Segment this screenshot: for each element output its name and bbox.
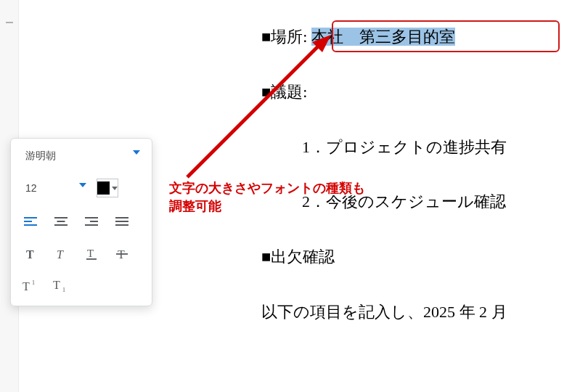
align-left-button[interactable] (20, 211, 41, 233)
svg-text:1: 1 (62, 287, 65, 293)
attendance-label-line[interactable]: ■出欠確認 (261, 242, 580, 272)
agenda-item-2[interactable]: 2．今後のスケジュール確認 (261, 187, 580, 217)
align-center-button[interactable] (50, 211, 72, 233)
svg-rect-15 (86, 258, 97, 260)
font-family-value: 游明朝 (25, 150, 56, 161)
align-justify-button[interactable] (111, 211, 133, 233)
toolbar-divider (17, 203, 146, 204)
agenda-label-line[interactable]: ■議題: (261, 77, 580, 107)
svg-text:T: T (26, 248, 34, 261)
bold-button[interactable]: T (20, 243, 41, 265)
toolbar-divider (17, 171, 146, 171)
font-family-dropdown[interactable]: 游明朝 (20, 146, 143, 165)
alignment-row (20, 211, 143, 233)
svg-rect-17 (116, 253, 128, 255)
strikethrough-button[interactable]: T (111, 243, 133, 265)
font-color-picker[interactable] (97, 179, 118, 197)
svg-rect-5 (54, 224, 68, 226)
svg-text:T: T (53, 279, 60, 291)
agenda-item-text: 1．プロジェクトの進捗共有 (302, 138, 507, 156)
align-right-button[interactable] (81, 211, 102, 233)
font-size-value: 12 (25, 182, 37, 194)
svg-rect-9 (115, 217, 128, 219)
annotation-line2: 調整可能 (169, 199, 221, 213)
footer-line[interactable]: 以下の項目を記入し、2025 年 2 月 (261, 297, 580, 327)
svg-rect-1 (24, 221, 32, 222)
color-swatch-icon (97, 181, 110, 195)
svg-rect-10 (115, 221, 128, 222)
chevron-down-icon (79, 183, 86, 187)
font-size-dropdown[interactable]: 12 (20, 179, 89, 197)
svg-rect-6 (85, 217, 98, 219)
svg-text:T: T (57, 248, 64, 261)
footer-text: 以下の項目を記入し、2025 年 2 月 (261, 303, 507, 321)
text-style-row: T T T T (20, 243, 143, 265)
svg-rect-7 (90, 221, 98, 222)
script-row: T 1 T 1 (20, 275, 143, 297)
document-body[interactable]: ■場所: 本社 第三多目的室 ■議題: 1．プロジェクトの進捗共有 2．今後のス… (261, 22, 580, 327)
format-toolbar: 游明朝 12 (10, 138, 152, 306)
subscript-button[interactable]: T 1 (50, 275, 72, 297)
svg-rect-0 (24, 217, 37, 219)
superscript-button[interactable]: T 1 (20, 275, 41, 297)
location-label: ■場所: (261, 28, 307, 46)
agenda-label: ■議題: (261, 83, 307, 101)
location-line[interactable]: ■場所: 本社 第三多目的室 (261, 22, 580, 52)
chevron-down-icon (112, 187, 118, 190)
underline-button[interactable]: T (81, 243, 102, 265)
svg-rect-3 (54, 217, 68, 219)
svg-text:T: T (87, 248, 94, 259)
attendance-label: ■出欠確認 (261, 248, 335, 266)
ruler-mark (6, 22, 13, 23)
svg-rect-8 (85, 224, 98, 226)
chevron-down-icon (133, 150, 140, 155)
svg-text:1: 1 (32, 279, 35, 286)
agenda-item-text: 2．今後のスケジュール確認 (302, 192, 506, 211)
italic-button[interactable]: T (50, 243, 72, 265)
svg-rect-11 (115, 224, 128, 226)
svg-rect-4 (57, 221, 65, 222)
svg-rect-2 (24, 224, 37, 226)
location-value-selected[interactable]: 本社 第三多目的室 (311, 28, 455, 46)
svg-text:T: T (23, 280, 30, 293)
agenda-item-1[interactable]: 1．プロジェクトの進捗共有 (261, 132, 580, 163)
